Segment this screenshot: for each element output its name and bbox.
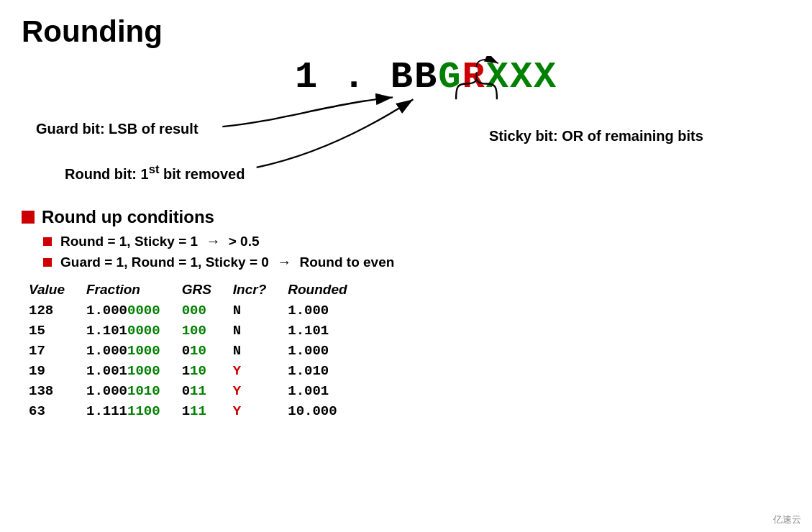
cell-rounded: 1.101: [288, 321, 368, 341]
cell-grs: 111: [182, 401, 233, 421]
red-bullet-1: [43, 237, 52, 246]
table-row: 1381.0001010011Y1.001: [29, 381, 369, 401]
cell-grs: 010: [182, 341, 233, 361]
cell-fraction: 1.1010000: [86, 321, 182, 341]
cell-rounded: 1.010: [288, 361, 368, 381]
cell-value: 19: [29, 361, 86, 381]
notation-xxx: XXX: [486, 56, 558, 98]
cell-incr: N: [233, 321, 288, 341]
cell-rounded: 1.000: [288, 341, 368, 361]
cell-fraction: 1.0001000: [86, 341, 182, 361]
watermark: 亿速云: [773, 513, 801, 526]
notation-g: G: [438, 56, 462, 98]
bullet-item-2: Guard = 1, Round = 1, Sticky = 0 → Round…: [43, 254, 790, 270]
col-header-value: Value: [29, 279, 86, 301]
red-square-icon: [22, 211, 35, 224]
bbgr-notation: 1 . BBGRXXX: [295, 56, 557, 98]
cell-value: 17: [29, 341, 86, 361]
cell-value: 63: [29, 401, 86, 421]
cell-value: 128: [29, 301, 86, 321]
cell-grs: 100: [182, 321, 233, 341]
conditions-section: Round up conditions Round = 1, Sticky = …: [22, 207, 790, 421]
cell-fraction: 1.1111100: [86, 401, 182, 421]
bullet-list: Round = 1, Sticky = 1 → > 0.5 Guard = 1,…: [43, 233, 790, 270]
cell-incr: Y: [233, 401, 288, 421]
cell-rounded: 10.000: [288, 401, 368, 421]
col-header-rounded: Rounded: [288, 279, 368, 301]
section-header: Round up conditions: [22, 207, 790, 227]
notation-r: R: [462, 56, 485, 98]
cell-fraction: 1.0011000: [86, 361, 182, 381]
cell-rounded: 1.001: [288, 381, 368, 401]
cell-fraction: 1.0001010: [86, 381, 182, 401]
page-content: Rounding 1 . BBGRXXX: [0, 0, 812, 436]
cell-grs: 011: [182, 381, 233, 401]
cell-value: 138: [29, 381, 86, 401]
page-title: Rounding: [22, 14, 790, 49]
table-row: 1281.0000000000N1.000: [29, 301, 369, 321]
bullet-item-1: Round = 1, Sticky = 1 → > 0.5: [43, 233, 790, 249]
notation-one: 1 . BB: [295, 56, 438, 98]
superscript-st: st: [149, 162, 160, 176]
col-header-incr: Incr?: [233, 279, 288, 301]
round-bit-label: Round bit: 1st bit removed: [65, 162, 245, 183]
red-bullet-2: [43, 258, 52, 267]
notation-area: 1 . BBGRXXX Guard bit: LSB: [22, 56, 790, 200]
col-header-fraction: Fraction: [86, 279, 182, 301]
cell-incr: Y: [233, 361, 288, 381]
cell-fraction: 1.0000000: [86, 301, 182, 321]
table-row: 631.1111100111Y10.000: [29, 401, 369, 421]
table-header-row: Value Fraction GRS Incr? Rounded: [29, 279, 369, 301]
table-row: 191.0011000110Y1.010: [29, 361, 369, 381]
cell-value: 15: [29, 321, 86, 341]
table-row: 151.1010000100N1.101: [29, 321, 369, 341]
guard-bit-label: Guard bit: LSB of result: [36, 121, 199, 137]
col-header-grs: GRS: [182, 279, 233, 301]
table-row: 171.0001000010N1.000: [29, 341, 369, 361]
cell-incr: N: [233, 341, 288, 361]
cell-rounded: 1.000: [288, 301, 368, 321]
sticky-bit-label: Sticky bit: OR of remaining bits: [489, 128, 703, 145]
data-table: Value Fraction GRS Incr? Rounded 1281.00…: [29, 279, 369, 421]
cell-grs: 110: [182, 361, 233, 381]
cell-incr: Y: [233, 381, 288, 401]
cell-incr: N: [233, 301, 288, 321]
cell-grs: 000: [182, 301, 233, 321]
